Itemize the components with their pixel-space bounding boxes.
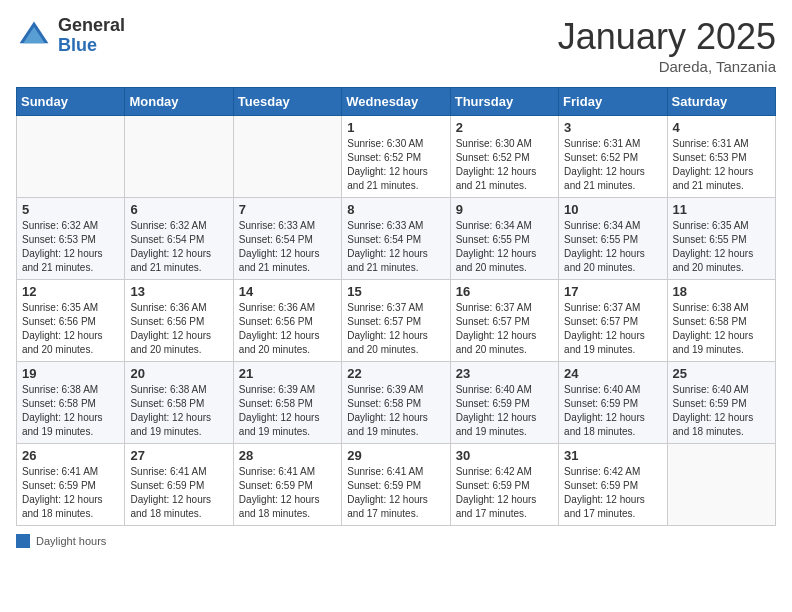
- day-number: 6: [130, 202, 227, 217]
- day-info: Sunrise: 6:42 AM Sunset: 6:59 PM Dayligh…: [564, 465, 661, 521]
- day-info: Sunrise: 6:37 AM Sunset: 6:57 PM Dayligh…: [564, 301, 661, 357]
- day-number: 8: [347, 202, 444, 217]
- calendar-cell: 12Sunrise: 6:35 AM Sunset: 6:56 PM Dayli…: [17, 280, 125, 362]
- calendar-cell: 8Sunrise: 6:33 AM Sunset: 6:54 PM Daylig…: [342, 198, 450, 280]
- calendar-cell: 30Sunrise: 6:42 AM Sunset: 6:59 PM Dayli…: [450, 444, 558, 526]
- day-info: Sunrise: 6:32 AM Sunset: 6:54 PM Dayligh…: [130, 219, 227, 275]
- calendar-cell: 16Sunrise: 6:37 AM Sunset: 6:57 PM Dayli…: [450, 280, 558, 362]
- calendar-week-row: 1Sunrise: 6:30 AM Sunset: 6:52 PM Daylig…: [17, 116, 776, 198]
- legend: Daylight hours: [16, 534, 776, 548]
- day-number: 5: [22, 202, 119, 217]
- day-info: Sunrise: 6:40 AM Sunset: 6:59 PM Dayligh…: [673, 383, 770, 439]
- calendar-cell: [125, 116, 233, 198]
- day-number: 20: [130, 366, 227, 381]
- location: Dareda, Tanzania: [558, 58, 776, 75]
- day-number: 11: [673, 202, 770, 217]
- day-info: Sunrise: 6:38 AM Sunset: 6:58 PM Dayligh…: [130, 383, 227, 439]
- calendar-day-header: Wednesday: [342, 88, 450, 116]
- day-number: 9: [456, 202, 553, 217]
- day-info: Sunrise: 6:38 AM Sunset: 6:58 PM Dayligh…: [673, 301, 770, 357]
- calendar-cell: 17Sunrise: 6:37 AM Sunset: 6:57 PM Dayli…: [559, 280, 667, 362]
- day-number: 4: [673, 120, 770, 135]
- calendar-cell: 27Sunrise: 6:41 AM Sunset: 6:59 PM Dayli…: [125, 444, 233, 526]
- day-info: Sunrise: 6:40 AM Sunset: 6:59 PM Dayligh…: [564, 383, 661, 439]
- logo-icon: [16, 18, 52, 54]
- day-info: Sunrise: 6:42 AM Sunset: 6:59 PM Dayligh…: [456, 465, 553, 521]
- calendar-week-row: 12Sunrise: 6:35 AM Sunset: 6:56 PM Dayli…: [17, 280, 776, 362]
- calendar-cell: 21Sunrise: 6:39 AM Sunset: 6:58 PM Dayli…: [233, 362, 341, 444]
- calendar-week-row: 19Sunrise: 6:38 AM Sunset: 6:58 PM Dayli…: [17, 362, 776, 444]
- calendar-cell: 11Sunrise: 6:35 AM Sunset: 6:55 PM Dayli…: [667, 198, 775, 280]
- day-info: Sunrise: 6:40 AM Sunset: 6:59 PM Dayligh…: [456, 383, 553, 439]
- calendar-cell: 18Sunrise: 6:38 AM Sunset: 6:58 PM Dayli…: [667, 280, 775, 362]
- day-number: 1: [347, 120, 444, 135]
- day-number: 15: [347, 284, 444, 299]
- day-info: Sunrise: 6:37 AM Sunset: 6:57 PM Dayligh…: [456, 301, 553, 357]
- day-number: 29: [347, 448, 444, 463]
- calendar-cell: 5Sunrise: 6:32 AM Sunset: 6:53 PM Daylig…: [17, 198, 125, 280]
- calendar-cell: 19Sunrise: 6:38 AM Sunset: 6:58 PM Dayli…: [17, 362, 125, 444]
- calendar-cell: 15Sunrise: 6:37 AM Sunset: 6:57 PM Dayli…: [342, 280, 450, 362]
- logo-blue-text: Blue: [58, 36, 125, 56]
- day-number: 28: [239, 448, 336, 463]
- calendar-header-row: SundayMondayTuesdayWednesdayThursdayFrid…: [17, 88, 776, 116]
- calendar-cell: 20Sunrise: 6:38 AM Sunset: 6:58 PM Dayli…: [125, 362, 233, 444]
- calendar-cell: 25Sunrise: 6:40 AM Sunset: 6:59 PM Dayli…: [667, 362, 775, 444]
- day-number: 17: [564, 284, 661, 299]
- calendar-day-header: Thursday: [450, 88, 558, 116]
- day-number: 24: [564, 366, 661, 381]
- day-info: Sunrise: 6:38 AM Sunset: 6:58 PM Dayligh…: [22, 383, 119, 439]
- day-number: 21: [239, 366, 336, 381]
- day-number: 7: [239, 202, 336, 217]
- day-info: Sunrise: 6:30 AM Sunset: 6:52 PM Dayligh…: [347, 137, 444, 193]
- day-number: 25: [673, 366, 770, 381]
- calendar-cell: 7Sunrise: 6:33 AM Sunset: 6:54 PM Daylig…: [233, 198, 341, 280]
- calendar-cell: 31Sunrise: 6:42 AM Sunset: 6:59 PM Dayli…: [559, 444, 667, 526]
- calendar-day-header: Saturday: [667, 88, 775, 116]
- calendar-cell: [233, 116, 341, 198]
- day-number: 2: [456, 120, 553, 135]
- day-info: Sunrise: 6:41 AM Sunset: 6:59 PM Dayligh…: [22, 465, 119, 521]
- logo: General Blue: [16, 16, 125, 56]
- calendar-cell: 23Sunrise: 6:40 AM Sunset: 6:59 PM Dayli…: [450, 362, 558, 444]
- day-number: 23: [456, 366, 553, 381]
- day-number: 18: [673, 284, 770, 299]
- day-number: 22: [347, 366, 444, 381]
- day-info: Sunrise: 6:37 AM Sunset: 6:57 PM Dayligh…: [347, 301, 444, 357]
- day-number: 12: [22, 284, 119, 299]
- calendar-cell: 4Sunrise: 6:31 AM Sunset: 6:53 PM Daylig…: [667, 116, 775, 198]
- calendar-cell: 13Sunrise: 6:36 AM Sunset: 6:56 PM Dayli…: [125, 280, 233, 362]
- day-info: Sunrise: 6:39 AM Sunset: 6:58 PM Dayligh…: [239, 383, 336, 439]
- calendar-cell: 28Sunrise: 6:41 AM Sunset: 6:59 PM Dayli…: [233, 444, 341, 526]
- day-info: Sunrise: 6:33 AM Sunset: 6:54 PM Dayligh…: [239, 219, 336, 275]
- calendar-day-header: Friday: [559, 88, 667, 116]
- day-info: Sunrise: 6:35 AM Sunset: 6:56 PM Dayligh…: [22, 301, 119, 357]
- legend-color-box: [16, 534, 30, 548]
- day-number: 31: [564, 448, 661, 463]
- calendar-cell: 2Sunrise: 6:30 AM Sunset: 6:52 PM Daylig…: [450, 116, 558, 198]
- calendar-cell: [17, 116, 125, 198]
- day-info: Sunrise: 6:41 AM Sunset: 6:59 PM Dayligh…: [239, 465, 336, 521]
- day-info: Sunrise: 6:41 AM Sunset: 6:59 PM Dayligh…: [347, 465, 444, 521]
- month-title: January 2025: [558, 16, 776, 58]
- calendar-day-header: Monday: [125, 88, 233, 116]
- calendar-week-row: 26Sunrise: 6:41 AM Sunset: 6:59 PM Dayli…: [17, 444, 776, 526]
- day-info: Sunrise: 6:35 AM Sunset: 6:55 PM Dayligh…: [673, 219, 770, 275]
- calendar-table: SundayMondayTuesdayWednesdayThursdayFrid…: [16, 87, 776, 526]
- calendar-cell: 10Sunrise: 6:34 AM Sunset: 6:55 PM Dayli…: [559, 198, 667, 280]
- day-number: 19: [22, 366, 119, 381]
- calendar-cell: 29Sunrise: 6:41 AM Sunset: 6:59 PM Dayli…: [342, 444, 450, 526]
- logo-general-text: General: [58, 16, 125, 36]
- day-number: 27: [130, 448, 227, 463]
- day-info: Sunrise: 6:31 AM Sunset: 6:53 PM Dayligh…: [673, 137, 770, 193]
- calendar-day-header: Sunday: [17, 88, 125, 116]
- day-info: Sunrise: 6:34 AM Sunset: 6:55 PM Dayligh…: [456, 219, 553, 275]
- calendar-cell: [667, 444, 775, 526]
- day-number: 14: [239, 284, 336, 299]
- day-info: Sunrise: 6:34 AM Sunset: 6:55 PM Dayligh…: [564, 219, 661, 275]
- day-number: 13: [130, 284, 227, 299]
- calendar-cell: 26Sunrise: 6:41 AM Sunset: 6:59 PM Dayli…: [17, 444, 125, 526]
- day-info: Sunrise: 6:31 AM Sunset: 6:52 PM Dayligh…: [564, 137, 661, 193]
- day-number: 3: [564, 120, 661, 135]
- legend-label: Daylight hours: [36, 535, 106, 547]
